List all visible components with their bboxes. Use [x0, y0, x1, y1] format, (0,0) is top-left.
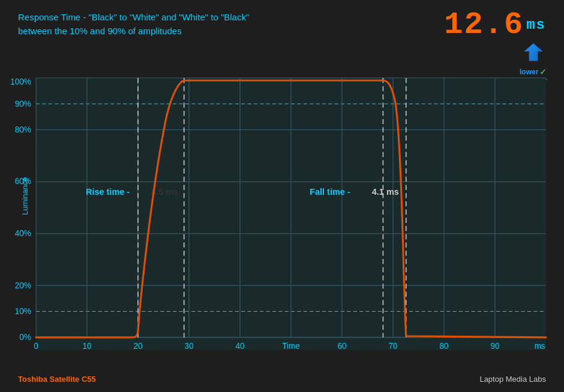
- svg-text:60: 60: [338, 342, 347, 351]
- chart-svg: 0% 10% 20% 40% 60% 80% 90% 100% 0 10 20 …: [36, 78, 546, 350]
- svg-text:8.5 ms: 8.5 ms: [151, 187, 178, 197]
- svg-text:Time: Time: [282, 342, 299, 351]
- svg-text:20%: 20%: [15, 281, 31, 290]
- svg-text:70: 70: [389, 342, 398, 351]
- device-label: Toshiba Satellite C55: [18, 375, 96, 384]
- svg-text:ms: ms: [535, 342, 545, 351]
- svg-text:30: 30: [185, 342, 194, 351]
- chart-container: Response Time - "Black" to "White" and "…: [0, 0, 564, 392]
- chart-title: Response Time - "Black" to "White" and "…: [18, 11, 249, 38]
- svg-text:90%: 90%: [15, 99, 31, 108]
- svg-text:10%: 10%: [15, 307, 31, 316]
- svg-text:10: 10: [83, 342, 92, 351]
- svg-text:40: 40: [236, 342, 245, 351]
- lower-text: lower: [520, 68, 538, 76]
- svg-text:4.1 ms: 4.1 ms: [372, 187, 399, 197]
- svg-text:0%: 0%: [19, 333, 31, 342]
- svg-text:20: 20: [134, 342, 143, 351]
- svg-text:Rise time -: Rise time -: [86, 187, 130, 197]
- svg-text:80: 80: [440, 342, 449, 351]
- chart-area: 0% 10% 20% 40% 60% 80% 90% 100% 0 10 20 …: [36, 78, 546, 350]
- svg-text:60%: 60%: [15, 177, 31, 186]
- svg-text:100%: 100%: [10, 77, 31, 86]
- svg-text:40%: 40%: [15, 229, 31, 238]
- svg-text:Fall time -: Fall time -: [310, 187, 350, 197]
- svg-text:0: 0: [34, 342, 38, 351]
- svg-text:80%: 80%: [15, 125, 31, 134]
- svg-text:90: 90: [491, 342, 500, 351]
- company-label: Laptop Media Labs: [479, 375, 546, 384]
- lower-better-icon: [520, 41, 547, 67]
- response-time-display: 12.6ms: [444, 7, 546, 43]
- check-icon: ✓: [539, 67, 547, 77]
